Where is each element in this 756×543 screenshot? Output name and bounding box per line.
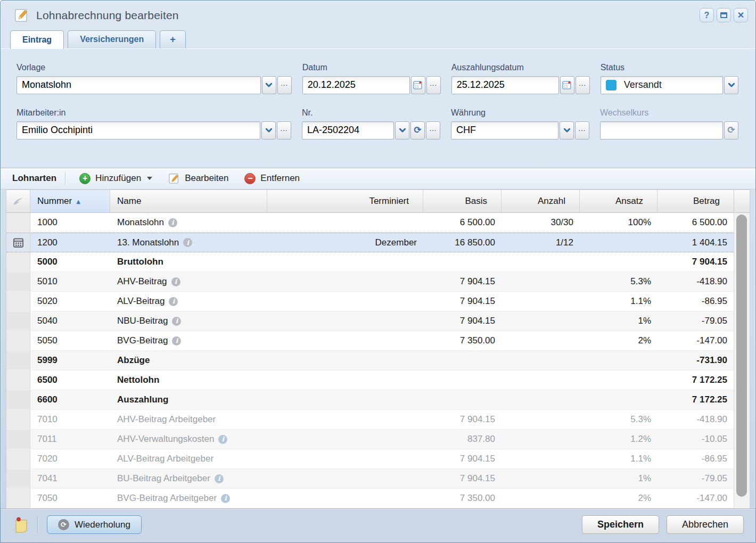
wechselkurs-refresh-button[interactable]: ⟳	[724, 121, 738, 139]
cell-anzahl	[502, 489, 580, 508]
row-gutter	[6, 489, 30, 508]
table-row[interactable]: 5020ALV-Beitragi7 904.151.1%-86.95	[6, 292, 734, 311]
minus-circle-icon: −	[244, 173, 256, 184]
table-row[interactable]: 1000Monatslohni6 500.0030/30100%6 500.00	[6, 213, 734, 233]
datum-label: Datum	[302, 63, 441, 72]
close-button[interactable]: ✕	[734, 8, 748, 22]
auszahlungsdatum-input[interactable]	[451, 76, 559, 94]
help-button[interactable]: ?	[700, 8, 714, 22]
cell-nummer: 5040	[30, 311, 110, 331]
maximize-button[interactable]	[717, 8, 731, 22]
status-select[interactable]: Versandt	[601, 76, 723, 94]
chevron-down-icon	[564, 128, 570, 133]
vorlage-more-button[interactable]: ...	[277, 76, 292, 94]
sticky-note-icon[interactable]	[14, 517, 29, 533]
header-name[interactable]: Name	[110, 190, 267, 212]
nr-input[interactable]	[302, 121, 394, 139]
vorlage-label: Vorlage	[17, 63, 292, 72]
cell-anzahl	[502, 331, 580, 350]
refresh-icon: ⟳	[414, 126, 421, 135]
table-row[interactable]: 5000Bruttolohn7 904.15	[6, 252, 734, 272]
wiederholung-button[interactable]: ⟳ Wiederholung	[47, 515, 142, 534]
auszahlungsdatum-calendar-button[interactable]	[560, 76, 574, 94]
cell-anzahl	[502, 351, 580, 370]
cell-anzahl	[502, 469, 580, 488]
row-gutter	[6, 272, 30, 291]
header-actions-column[interactable]	[6, 190, 30, 212]
cell-betrag: -147.00	[658, 489, 734, 508]
info-icon[interactable]: i	[183, 238, 192, 247]
info-icon[interactable]: i	[172, 317, 181, 326]
table-row[interactable]: 5040NBU-Beitragi7 904.151%-79.05	[6, 311, 734, 331]
cancel-button[interactable]: Abbrechen	[667, 515, 744, 534]
info-icon[interactable]: i	[168, 218, 177, 227]
table-row[interactable]: 6600Auszahlung7 172.25	[6, 390, 734, 410]
cell-terminiert: Dezember	[267, 233, 423, 252]
cell-anzahl	[502, 311, 580, 331]
waehrung-dropdown-button[interactable]	[560, 121, 574, 139]
table-row[interactable]: 5010AHV-Beitragi7 904.155.3%-418.90	[6, 272, 734, 292]
scrollbar-thumb[interactable]	[736, 215, 747, 497]
info-icon[interactable]: i	[169, 297, 178, 306]
tab-versicherungen[interactable]: Versicherungen	[68, 30, 156, 48]
datum-input[interactable]	[302, 76, 410, 94]
cell-ansatz: 1.2%	[580, 430, 658, 449]
cell-anzahl	[502, 252, 580, 272]
datum-more-button[interactable]: ...	[426, 76, 441, 94]
vorlage-dropdown-button[interactable]	[262, 76, 276, 94]
info-icon[interactable]: i	[171, 277, 180, 286]
vorlage-input[interactable]	[17, 76, 261, 94]
close-icon: ✕	[737, 10, 744, 20]
datum-calendar-button[interactable]	[411, 76, 425, 94]
remove-button[interactable]: − Entfernen	[239, 170, 305, 187]
table-row[interactable]: 7050BVG-Beitrag Arbeitgeberi7 350.002%-1…	[6, 489, 734, 508]
cell-betrag: -10.05	[658, 430, 734, 449]
table-row[interactable]: 5999Abzüge-731.90	[6, 351, 734, 371]
header-basis[interactable]: Basis	[423, 190, 502, 212]
header-anzahl[interactable]: Anzahl	[502, 190, 580, 212]
table-row[interactable]: 7010AHV-Beitrag Arbeitgeber7 904.155.3%-…	[6, 410, 734, 430]
toolbar-title: Lohnarten	[12, 173, 56, 184]
table-row[interactable]: 7020ALV-Beitrag Arbeitgeber7 904.151.1%-…	[6, 449, 734, 469]
status-dropdown-button[interactable]	[724, 76, 738, 94]
auszahlungsdatum-more-button[interactable]: ...	[576, 76, 590, 94]
header-ansatz[interactable]: Ansatz	[580, 190, 658, 212]
table-row[interactable]: 5050BVG-Beitragi7 350.002%-147.00	[6, 331, 734, 351]
tab-add-button[interactable]: +	[160, 30, 186, 48]
nr-more-button[interactable]: ...	[426, 121, 440, 139]
add-button[interactable]: + Hinzufügen	[74, 170, 158, 187]
field-datum: Datum ...	[302, 63, 441, 94]
info-icon[interactable]: i	[218, 435, 227, 444]
cell-ansatz	[580, 233, 658, 252]
calendar-icon	[562, 80, 572, 90]
tab-eintrag[interactable]: Eintrag	[10, 30, 64, 49]
cell-betrag: 7 904.15	[658, 252, 734, 272]
cell-name: Monatslohni	[110, 213, 267, 232]
cell-nummer: 1000	[30, 213, 110, 232]
edit-button[interactable]: Bearbeiten	[163, 170, 234, 187]
table-row[interactable]: 7011AHV-Verwaltungskosteni837.801.2%-10.…	[6, 430, 734, 449]
table-row[interactable]: 6500Nettolohn7 172.25	[6, 371, 734, 390]
info-icon[interactable]: i	[215, 474, 224, 483]
cell-betrag: -86.95	[658, 292, 734, 311]
mitarbeiter-more-button[interactable]: ...	[277, 121, 291, 139]
table-row[interactable]: 7041BU-Beitrag Arbeitgeberi7 904.151%-79…	[6, 469, 734, 489]
info-icon[interactable]: i	[172, 336, 181, 345]
table-row[interactable]: 120013. MonatslohniDezember16 850.001/12…	[6, 233, 734, 252]
save-button[interactable]: Speichern	[582, 515, 659, 534]
header-nummer[interactable]: Nummer ▲	[30, 190, 110, 212]
nr-refresh-button[interactable]: ⟳	[410, 121, 425, 139]
cell-name: Bruttolohn	[110, 252, 267, 272]
waehrung-more-button[interactable]: ...	[575, 121, 589, 139]
header-betrag[interactable]: Betrag	[658, 190, 734, 212]
cell-nummer: 7011	[30, 430, 110, 449]
mitarbeiter-dropdown-button[interactable]	[261, 121, 276, 139]
info-icon[interactable]: i	[221, 494, 230, 503]
nr-dropdown-button[interactable]	[395, 121, 409, 139]
vertical-scrollbar[interactable]	[734, 213, 750, 508]
calendar-icon	[13, 237, 23, 248]
mitarbeiter-input[interactable]	[17, 121, 260, 139]
row-gutter	[6, 331, 30, 350]
waehrung-input[interactable]	[451, 121, 558, 139]
header-terminiert[interactable]: Terminiert	[267, 190, 423, 212]
